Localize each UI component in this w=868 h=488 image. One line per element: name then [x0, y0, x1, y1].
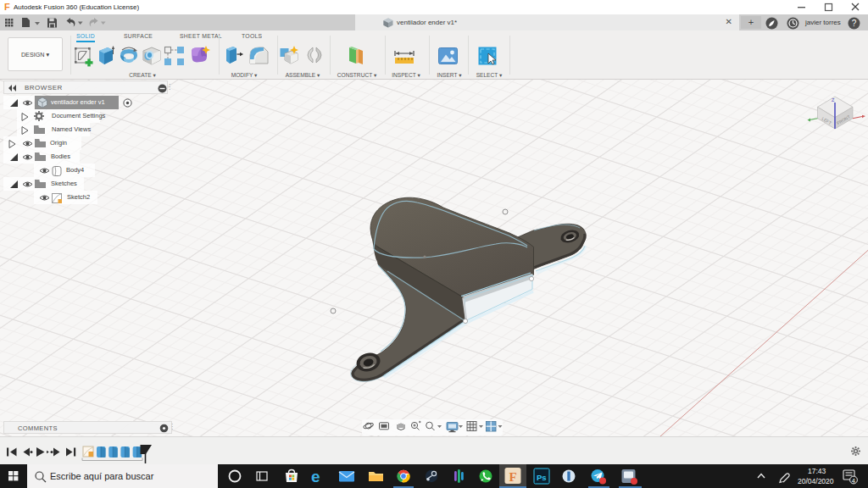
svg-text:4: 4 — [852, 477, 855, 485]
svg-text:17:43: 17:43 — [808, 467, 826, 475]
svg-text:20/04/2020: 20/04/2020 — [798, 477, 834, 485]
svg-text:Ps: Ps — [537, 473, 547, 482]
svg-text:F: F — [509, 470, 517, 484]
svg-text:?: ? — [852, 19, 857, 28]
svg-text:e: e — [311, 468, 320, 485]
